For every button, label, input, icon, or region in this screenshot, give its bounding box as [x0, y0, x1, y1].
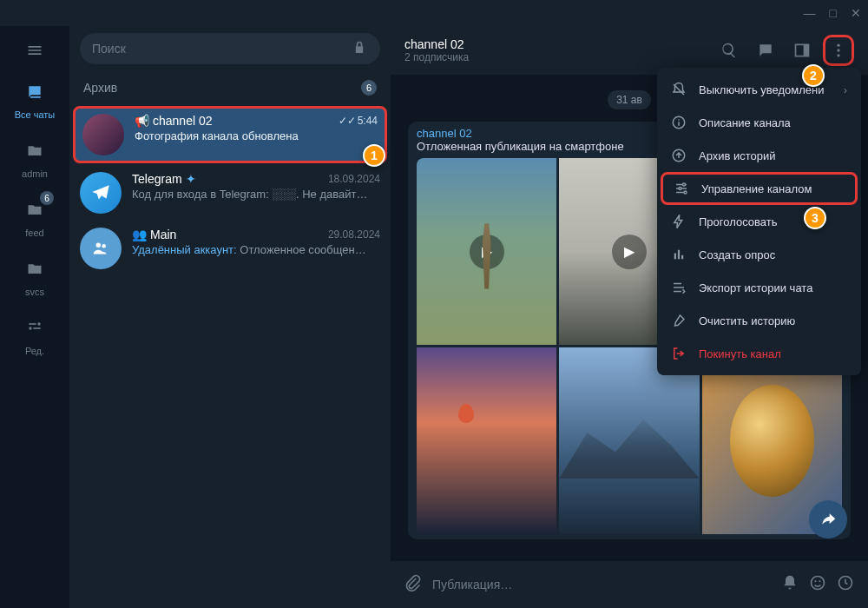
archive-row[interactable]: Архив 6	[69, 71, 391, 104]
dd-label: Выключить уведомлени	[699, 83, 825, 96]
svg-point-4	[96, 243, 102, 248]
svg-rect-17	[678, 122, 680, 126]
rail-admin[interactable]: admin	[3, 130, 66, 186]
dd-label: Создать опрос	[699, 248, 775, 261]
avatar	[80, 172, 122, 214]
forward-button[interactable]	[809, 500, 847, 539]
svg-rect-24	[681, 255, 683, 260]
dd-info[interactable]: Описание канала	[657, 106, 861, 139]
chat-preview: Удалённый аккаунт: Отложенное сообщен…	[132, 243, 380, 256]
window-titlebar: — □ ✕	[0, 0, 868, 26]
rail-label: feed	[25, 228, 43, 238]
edit-icon	[21, 314, 49, 342]
rail-all-chats[interactable]: Все чаты	[3, 71, 66, 127]
chat-header-info[interactable]: channel 02 2 подписчика	[404, 37, 703, 63]
svg-point-10	[837, 54, 839, 56]
dd-leave[interactable]: Покинуть канал	[657, 337, 861, 370]
emoji-button[interactable]	[809, 574, 826, 595]
clock-icon	[837, 574, 854, 591]
chat-item-main[interactable]: 👥 Main 29.08.2024 Удалённый аккаунт: Отл…	[69, 221, 391, 276]
chat-name: Telegram ✦	[132, 172, 196, 186]
chats-icon	[21, 78, 49, 106]
svg-point-19	[683, 183, 686, 186]
dd-poll[interactable]: Создать опрос	[657, 238, 861, 271]
more-vertical-icon	[830, 42, 847, 59]
chat-item-telegram[interactable]: Telegram ✦ 18.09.2024 Код для входа в Te…	[69, 165, 391, 221]
sidepanel-icon	[793, 42, 811, 59]
search-input[interactable]	[92, 42, 344, 56]
svg-rect-22	[674, 254, 676, 260]
chat-preview: Код для входа в Telegram: ░░░. Не давайт…	[132, 188, 380, 201]
maximize-button[interactable]: □	[830, 6, 837, 20]
comments-button[interactable]	[750, 35, 781, 66]
rail-svcs[interactable]: svcs	[3, 248, 66, 304]
chat-time: 18.09.2024	[328, 173, 380, 185]
avatar	[80, 228, 122, 269]
dd-export[interactable]: Экспорт истории чата	[657, 271, 861, 304]
dd-label: Описание канала	[699, 116, 791, 129]
chat-time: ✓✓ 5:44	[339, 115, 378, 127]
svg-point-20	[679, 188, 681, 190]
search-field[interactable]	[80, 33, 380, 64]
chat-list: 📢 channel 02 ✓✓ 5:44 Фотография канала о…	[69, 104, 391, 608]
group-icon: 👥	[132, 228, 147, 241]
rail-edit[interactable]: Ред.	[3, 307, 66, 363]
svg-point-16	[678, 119, 680, 121]
poll-icon	[671, 246, 687, 263]
dd-label: Покинуть канал	[699, 347, 781, 360]
dd-label: Архив историй	[699, 149, 776, 162]
settings-icon	[674, 180, 689, 197]
media-video-1[interactable]: ▶	[417, 158, 556, 345]
lock-icon	[351, 40, 368, 57]
composer-input[interactable]: Публикация…	[432, 578, 771, 591]
annotation-2: 2	[802, 64, 825, 87]
rail-label: admin	[22, 169, 48, 179]
rail-feed[interactable]: 6 feed	[3, 189, 66, 245]
folder-icon	[21, 137, 49, 165]
svg-rect-1	[33, 327, 40, 329]
forward-icon	[819, 511, 837, 528]
composer: Публикация…	[391, 561, 868, 608]
svg-point-12	[815, 580, 817, 582]
chat-preview: Фотография канала обновлена	[135, 129, 378, 142]
dd-clear[interactable]: Очистить историю	[657, 304, 861, 337]
search-icon	[720, 42, 738, 59]
chat-item-channel-02[interactable]: 📢 channel 02 ✓✓ 5:44 Фотография канала о…	[73, 106, 387, 163]
archive-badge: 6	[361, 80, 377, 96]
date-chip: 31 ав	[608, 90, 651, 109]
svg-point-9	[837, 49, 839, 51]
media-image-5[interactable]	[559, 347, 699, 534]
folder-rail: Все чаты admin 6 feed svcs Ред.	[0, 26, 69, 608]
attach-button[interactable]	[404, 574, 422, 595]
dd-boost[interactable]: Проголосовать	[657, 205, 861, 238]
info-icon	[671, 114, 687, 131]
svg-point-11	[812, 577, 825, 590]
minimize-button[interactable]: —	[804, 6, 816, 20]
media-image-4[interactable]	[417, 347, 556, 534]
close-button[interactable]: ✕	[851, 6, 861, 20]
comments-icon	[757, 42, 774, 59]
dd-archive[interactable]: Архив историй	[657, 139, 861, 172]
avatar	[82, 114, 124, 155]
dd-mute[interactable]: Выключить уведомлени ›	[657, 73, 861, 106]
hamburger-menu-button[interactable]	[17, 33, 52, 68]
paperclip-icon	[404, 574, 422, 591]
export-icon	[671, 279, 687, 296]
rail-label: Ред.	[25, 346, 44, 356]
schedule-button[interactable]	[837, 574, 854, 595]
chat-time: 29.08.2024	[328, 228, 380, 241]
svg-point-21	[684, 191, 687, 194]
dd-label: Проголосовать	[699, 215, 777, 228]
folder-icon	[21, 255, 49, 283]
svg-point-2	[37, 322, 40, 325]
more-options-button[interactable]	[823, 35, 854, 66]
rail-badge: 6	[40, 191, 54, 205]
search-button[interactable]	[713, 35, 745, 66]
bolt-icon	[671, 213, 687, 230]
svg-point-13	[819, 580, 821, 582]
menu-icon	[26, 42, 43, 59]
dd-manage-channel[interactable]: Управление каналом	[661, 172, 858, 205]
notify-button[interactable]	[781, 574, 799, 595]
sidepanel-button[interactable]	[786, 35, 818, 66]
dd-label: Экспорт истории чата	[699, 281, 812, 294]
